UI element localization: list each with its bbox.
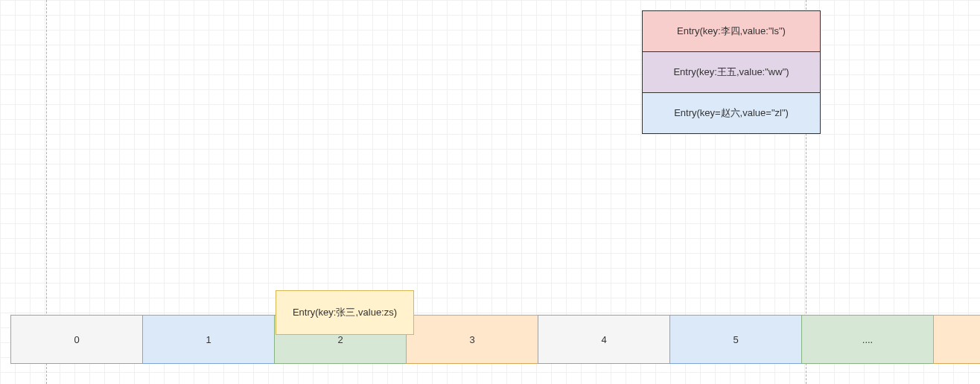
hash-array: 0 1 2 3 4 5 .... 15 bbox=[10, 315, 980, 364]
array-cell: 1 bbox=[142, 315, 275, 364]
entry-stack: Entry(key:李四,value:"ls") Entry(key:王五,va… bbox=[642, 10, 821, 134]
array-cell: .... bbox=[801, 315, 934, 364]
entry-box: Entry(key=赵六,value="zl") bbox=[642, 92, 821, 134]
entry-box: Entry(key:王五,value:"ww") bbox=[642, 51, 821, 93]
diagram-canvas: Entry(key:李四,value:"ls") Entry(key:王五,va… bbox=[0, 0, 980, 384]
array-cell: 0 bbox=[10, 315, 143, 364]
entry-box: Entry(key:李四,value:"ls") bbox=[642, 10, 821, 52]
entry-over-array: Entry(key:张三,value:zs) bbox=[276, 290, 414, 335]
array-cell: 15 bbox=[933, 315, 980, 364]
array-cell: 3 bbox=[406, 315, 538, 364]
array-cell: 4 bbox=[538, 315, 670, 364]
array-cell: 5 bbox=[669, 315, 802, 364]
